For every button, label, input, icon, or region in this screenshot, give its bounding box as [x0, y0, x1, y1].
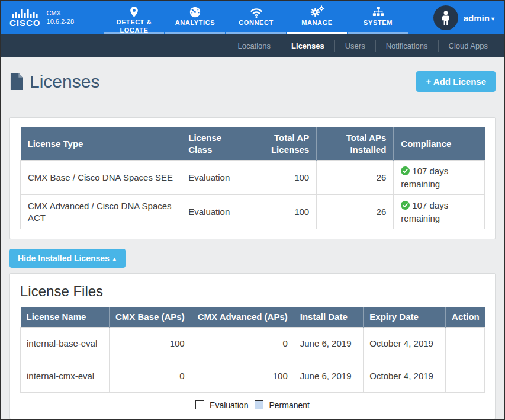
evaluation-swatch: [195, 400, 204, 409]
cell-license-name: internal-base-eval: [21, 327, 110, 360]
caret-up-icon: ▲: [112, 256, 117, 262]
col-total-ap-licenses: Total AP Licenses: [240, 127, 316, 161]
user-menu[interactable]: admin▾: [433, 1, 494, 34]
subnav-item-locations[interactable]: Locations: [227, 40, 281, 52]
cell-total-ap-licenses: 100: [240, 161, 316, 195]
col-license-name: License Name: [21, 307, 110, 327]
avatar[interactable]: [433, 5, 458, 30]
cell-total-ap-licenses: 100: [240, 195, 316, 229]
page-title: Licenses: [9, 72, 99, 92]
brand-product-version: CMX 10.6.2-28: [47, 9, 74, 26]
cell-cmx-advanced: 0: [191, 327, 294, 360]
document-icon: [9, 73, 23, 90]
col-cmx-advanced: CMX Advanced (APs): [191, 307, 294, 327]
table-header-row: License Type License Class Total AP Lice…: [21, 127, 485, 161]
nav-item-connect[interactable]: CONNECT: [226, 1, 286, 34]
nav-item-analytics[interactable]: ANALYTICS: [165, 1, 225, 34]
nav-item-system[interactable]: SYSTEM: [348, 1, 408, 34]
subnav-item-cloud-apps[interactable]: Cloud Apps: [438, 40, 498, 52]
cell-license-name: internal-cmx-eval: [21, 360, 110, 392]
cell-license-type: CMX Base / Cisco DNA Spaces SEE: [21, 161, 181, 195]
cell-total-aps-installed: 26: [317, 161, 394, 195]
col-total-aps-installed: Total APs Installed: [317, 127, 394, 161]
chevron-down-icon: ▾: [491, 15, 494, 22]
col-compliance: Compliance: [394, 127, 485, 161]
cisco-logo-bars-icon: [11, 9, 38, 18]
col-expiry-date: Expiry Date: [364, 307, 446, 327]
col-cmx-base: CMX Base (APs): [109, 307, 191, 327]
cell-total-aps-installed: 26: [317, 195, 394, 229]
brand-name: CISCO: [9, 18, 41, 27]
cell-install-date: June 6, 2019: [294, 360, 364, 392]
cell-install-date: June 6, 2019: [294, 327, 364, 360]
cell-expiry-date: October 4, 2019: [364, 327, 446, 360]
table-row: CMX Base / Cisco DNA Spaces SEE Evaluati…: [21, 161, 485, 195]
cisco-logo-icon: CISCO: [9, 9, 41, 27]
legend-label-permanent: Permanent: [269, 400, 309, 410]
table-row: internal-base-eval 100 0 June 6, 2019 Oc…: [21, 327, 485, 360]
gears-icon: [310, 5, 325, 19]
title-divider: [9, 100, 496, 100]
col-license-type: License Type: [21, 127, 181, 161]
table-header-row: License Name CMX Base (APs) CMX Advanced…: [21, 307, 485, 327]
page-title-text: Licenses: [30, 72, 99, 92]
person-icon: [439, 10, 453, 25]
add-license-button[interactable]: + Add License: [416, 71, 496, 92]
legend-label-evaluation: Evaluation: [210, 400, 248, 410]
cell-expiry-date: October 4, 2019: [364, 360, 446, 392]
subnav-item-notifications[interactable]: Notifications: [375, 40, 438, 52]
main-content: Licenses + Add License License Type Lice…: [1, 71, 504, 419]
hide-installed-licenses-button[interactable]: Hide Installed Licenses ▲: [9, 249, 126, 268]
table-row: CMX Advanced / Cisco DNA Spaces ACT Eval…: [21, 195, 485, 229]
check-circle-icon: [401, 166, 410, 178]
cell-license-type: CMX Advanced / Cisco DNA Spaces ACT: [21, 195, 181, 229]
nav-label: MANAGE: [294, 19, 340, 27]
title-row: Licenses + Add License: [9, 71, 496, 92]
gauge-icon: [189, 5, 201, 19]
location-pin-icon: [128, 5, 140, 18]
product-version: 10.6.2-28: [47, 18, 74, 26]
cell-action: [446, 327, 485, 360]
col-action: Action: [446, 307, 485, 327]
cell-compliance: 107 days remaining: [394, 195, 485, 229]
cell-compliance: 107 days remaining: [394, 161, 485, 195]
check-circle-icon: [401, 201, 410, 213]
wifi-icon: [249, 5, 263, 19]
table-row: internal-cmx-eval 0 100 June 6, 2019 Oct…: [21, 360, 485, 392]
nav-label: ANALYTICS: [172, 19, 218, 27]
cell-license-class: Evaluation: [181, 195, 240, 229]
sitemap-icon: [372, 5, 385, 19]
installed-licenses-card: License Type License Class Total AP Lice…: [9, 117, 496, 239]
secondary-nav: Locations Licenses Users Notifications C…: [1, 34, 504, 57]
subnav-item-users[interactable]: Users: [334, 40, 375, 52]
nav-label: SYSTEM: [355, 19, 401, 27]
brand: CISCO CMX 10.6.2-28: [9, 1, 74, 34]
cell-action: [446, 360, 485, 392]
license-class-legend: Evaluation Permanent: [20, 400, 485, 410]
cell-cmx-base: 100: [109, 327, 191, 360]
plus-icon: +: [426, 76, 431, 86]
col-license-class: License Class: [181, 127, 240, 161]
license-files-table: License Name CMX Base (APs) CMX Advanced…: [20, 307, 485, 393]
license-files-card: License Files License Name CMX Base (APs…: [9, 273, 496, 419]
permanent-swatch: [255, 400, 263, 409]
nav-item-detect-locate[interactable]: DETECT & LOCATE: [104, 1, 164, 34]
license-files-heading: License Files: [20, 283, 485, 300]
main-nav: DETECT & LOCATE ANALYTICS: [104, 1, 408, 34]
nav-item-manage[interactable]: MANAGE: [287, 1, 347, 34]
subnav-item-licenses[interactable]: Licenses: [281, 40, 334, 52]
installed-licenses-table: License Type License Class Total AP Lice…: [20, 127, 485, 229]
col-install-date: Install Date: [294, 307, 364, 327]
cell-license-class: Evaluation: [181, 161, 240, 195]
nav-label: CONNECT: [233, 19, 279, 27]
product-name: CMX: [47, 9, 74, 18]
cell-cmx-advanced: 100: [191, 360, 294, 392]
username[interactable]: admin▾: [464, 13, 494, 23]
nav-label: DETECT & LOCATE: [111, 18, 157, 35]
cell-cmx-base: 0: [109, 360, 191, 392]
top-navigation-bar: CISCO CMX 10.6.2-28 DETECT & LOCATE: [1, 1, 504, 34]
